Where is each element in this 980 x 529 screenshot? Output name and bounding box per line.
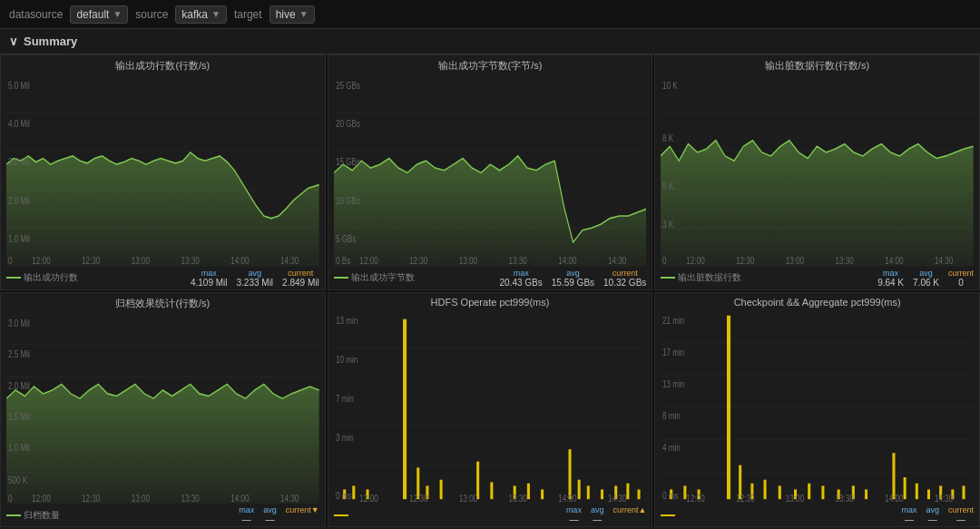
chart-legend-3: 输出脏数据行数 [661,271,741,284]
stat-max-value-6: — [901,514,916,524]
svg-text:2.0 Mil: 2.0 Mil [8,195,30,206]
stat-max-5: max — [566,505,582,524]
stat-current-5: current▲ [612,505,646,524]
svg-text:14:30: 14:30 [280,255,299,266]
svg-text:3 K: 3 K [662,219,674,230]
chart-title-5: HDFS Operate pct999(ms) [334,297,647,308]
chart-footer-2: 输出成功字节数 max 20.43 GBs avg 15.59 GBs curr… [334,267,647,288]
chart-panel-6: Checkpoint && Aggregate pct999(ms) [654,292,980,528]
stat-current-3: current 0 [948,269,974,288]
svg-text:17 min: 17 min [662,346,684,357]
source-dropdown[interactable]: kafka ▼ [175,5,227,24]
chart-legend-2: 输出成功字节数 [334,271,415,284]
svg-text:14:00: 14:00 [558,492,576,503]
svg-text:0: 0 [8,492,13,503]
svg-text:4.0 Mil: 4.0 Mil [8,118,30,129]
svg-text:12:30: 12:30 [736,255,754,266]
chart-legend-5 [334,514,351,516]
svg-text:13:30: 13:30 [836,255,854,266]
svg-text:14:00: 14:00 [230,492,249,503]
svg-text:13:30: 13:30 [508,492,526,503]
svg-text:20 GBs: 20 GBs [336,118,360,129]
chart-legend-6 [661,514,678,516]
legend-line-3 [661,277,675,279]
chart-stats-1: max 4.109 Mil avg 3.233 Mil current 2.84… [191,269,319,288]
svg-rect-79 [527,483,530,498]
stat-avg-label-5: avg [591,505,604,514]
stat-current-label-4: current▼ [286,505,319,514]
chart-footer-5: max — avg — current▲ [334,504,647,524]
svg-rect-110 [764,479,767,498]
stat-avg-4: avg — [263,505,277,524]
stat-max-label-4: max [239,505,254,514]
stat-avg-label-6: avg [926,505,939,514]
chart-svg-5: 13 min 10 min 7 min 3 min 0 ms 12:00 12:… [334,309,647,505]
chart-panel-3: 输出脏数据行数(行数/s) 10 K 8 K 5 K [654,54,980,290]
target-dropdown[interactable]: hive ▼ [270,5,315,24]
stat-max-value-2: 20.43 GBs [500,278,543,288]
chart-stats-5: max — avg — current▲ [566,505,646,524]
stat-current-label-6: current [948,505,974,514]
chart-legend-4: 归档数量 [6,509,60,522]
stat-current-6: current — [948,505,974,524]
svg-text:13:00: 13:00 [786,492,804,503]
svg-text:2.0 Mil: 2.0 Mil [8,379,30,390]
svg-rect-83 [586,485,589,499]
svg-rect-77 [490,482,493,499]
svg-text:5 K: 5 K [662,181,674,191]
chart-footer-6: max — avg — current — [661,504,974,524]
chart-title-1: 输出成功行数(行数/s) [6,59,319,73]
chart-svg-3: 10 K 8 K 5 K 3 K 0 12:00 12:30 13:00 13:… [661,74,974,267]
stat-max-label-6: max [901,505,916,514]
svg-text:14:30: 14:30 [280,492,299,503]
chart-title-6: Checkpoint && Aggregate pct999(ms) [661,297,974,308]
chart-area-4: 3.0 Mil 2.5 Mil 2.0 Mil 1.5 Mil 1.0 Mil … [6,312,319,505]
stat-current-label-2: current [603,269,646,278]
stat-avg-6: avg — [926,505,939,524]
svg-rect-84 [601,489,603,499]
datasource-dropdown[interactable]: default ▼ [70,5,128,24]
svg-text:14:30: 14:30 [608,255,626,266]
chart-title-2: 输出成功字节数(字节/s) [334,59,647,73]
svg-text:8 min: 8 min [662,409,681,420]
svg-text:0: 0 [662,255,667,266]
source-value: kafka [181,8,208,21]
svg-rect-124 [963,485,965,499]
stat-max-value-4: — [239,514,254,524]
svg-text:3.0 Mil: 3.0 Mil [8,317,30,328]
svg-rect-75 [439,479,442,498]
chart-panel-1: 输出成功行数(行数/s) 5.0 Mil 4.0 [0,54,326,290]
svg-text:0: 0 [8,255,13,266]
svg-text:13:00: 13:00 [786,255,804,266]
stat-avg-1: avg 3.233 Mil [237,269,274,288]
chart-footer-3: 输出脏数据行数 max 9.64 K avg 7.06 K current 0 [661,267,974,288]
stat-max-label-3: max [877,269,904,278]
svg-text:12:00: 12:00 [359,255,377,266]
svg-text:12:30: 12:30 [82,492,100,503]
svg-text:2.5 Mil: 2.5 Mil [8,348,30,359]
svg-rect-111 [779,485,781,499]
svg-rect-121 [927,489,930,499]
datasource-arrow: ▼ [113,9,122,19]
source-arrow: ▼ [211,9,220,19]
stat-current-value-6: — [948,514,974,524]
source-label: source [135,8,168,21]
chart-footer-1: 输出成功行数 max 4.109 Mil avg 3.233 Mil curre… [6,267,319,288]
summary-toggle[interactable]: ∨ [9,34,18,48]
stat-avg-value-2: 15.59 GBs [552,278,594,288]
chart-title-3: 输出脏数据行数(行数/s) [661,59,974,73]
svg-text:500 K: 500 K [8,474,28,485]
datasource-value: default [76,8,109,21]
svg-text:13:00: 13:00 [132,492,150,503]
svg-text:13:00: 13:00 [459,255,477,266]
chart-area-1: 5.0 Mil 4.0 Mil 3.0 Mil 2.0 Mil 1.0 Mil … [6,74,319,267]
stat-max-2: max 20.43 GBs [500,269,543,288]
chart-stats-6: max — avg — current — [901,505,974,524]
stat-max-1: max 4.109 Mil [191,269,228,288]
stat-avg-value-1: 3.233 Mil [237,278,274,288]
stat-avg-5: avg — [591,505,604,524]
svg-text:13 min: 13 min [662,377,684,388]
svg-rect-80 [541,489,544,499]
svg-rect-119 [904,477,906,499]
stat-current-label-3: current [948,269,974,278]
